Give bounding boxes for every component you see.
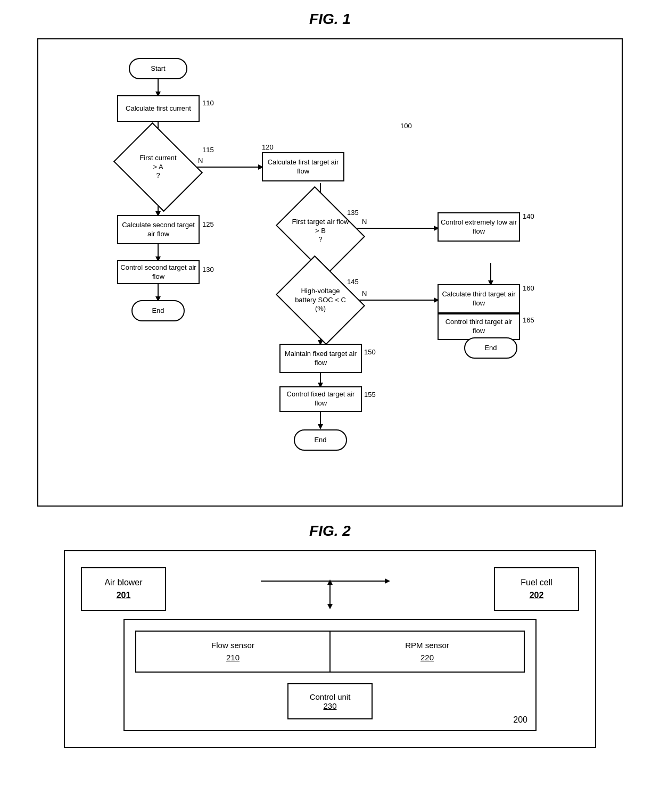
control-extremely-low-label: Control extremely low air flow [439, 218, 519, 236]
calc-first-current-label: Calculate first current [126, 104, 191, 113]
svg-text:N: N [362, 218, 367, 226]
start-node: Start [129, 58, 187, 79]
fuel-cell-num: 202 [530, 591, 544, 600]
flowchart-fig1: Y N N Y N Y [37, 38, 623, 507]
ref-160: 160 [523, 284, 534, 292]
air-blower-num: 201 [117, 591, 131, 600]
ref-100: 100 [400, 122, 412, 130]
calc-first-target-label: Calculate first target air flow [263, 158, 343, 176]
first-target-label: First target air flow> B? [290, 215, 352, 247]
control-second-target-label: Control second target air flow [118, 263, 199, 281]
end2-node: End [464, 337, 517, 359]
ref-120: 120 [262, 143, 274, 151]
ref-125: 125 [202, 220, 214, 228]
rpm-sensor-num: 220 [420, 653, 434, 662]
fuel-cell-label: Fuel cell [511, 576, 562, 589]
rpm-sensor-box: RPM sensor 220 [330, 631, 525, 673]
start-label: Start [151, 64, 165, 73]
top-arrows [250, 568, 410, 610]
control-third-target-label: Control third target air flow [439, 318, 519, 336]
ref-130: 130 [202, 266, 214, 274]
control-fixed-label: Control fixed target air flow [280, 390, 361, 408]
fig1-title: FIG. 1 [11, 11, 649, 28]
flow-sensor-box: Flow sensor 210 [135, 631, 330, 673]
fuel-cell-box: Fuel cell 202 [494, 567, 579, 611]
ref-165: 165 [523, 316, 534, 324]
air-blower-label: Air blower [98, 576, 149, 589]
fig2-diagram: Air blower 201 Fuel cell 202 Fl [64, 550, 596, 748]
control-unit-row: Control unit 230 [135, 683, 525, 719]
control-second-target-node: Control second target air flow [117, 260, 200, 284]
air-blower-box: Air blower 201 [81, 567, 166, 611]
system-ref: 200 [513, 715, 527, 725]
inner-system-box: Flow sensor 210 RPM sensor 220 Control u… [123, 619, 537, 731]
end1-node: End [131, 300, 185, 321]
ref-110: 110 [202, 99, 214, 107]
ref-140: 140 [523, 212, 534, 220]
rpm-sensor-label: RPM sensor [344, 640, 510, 652]
control-unit-label: Control unit [310, 692, 351, 701]
svg-marker-39 [327, 579, 333, 585]
svg-text:N: N [198, 156, 203, 164]
ref-150: 150 [364, 348, 376, 356]
calc-third-target-label: Calculate third target air flow [439, 290, 519, 308]
hv-battery-decision: High-voltagebattery SOC < C(%) [286, 274, 355, 327]
ref-115: 115 [202, 146, 214, 154]
end3-label: End [314, 436, 326, 445]
maintain-fixed-label: Maintain fixed target air flow [280, 350, 361, 368]
maintain-fixed-node: Maintain fixed target air flow [279, 344, 362, 373]
calc-second-target-node: Calculate second target air flow [117, 215, 200, 244]
flow-sensor-label: Flow sensor [150, 640, 316, 652]
flow-sensor-num: 210 [226, 653, 240, 662]
control-unit-num: 230 [323, 701, 336, 710]
svg-marker-37 [385, 578, 390, 584]
svg-text:N: N [362, 289, 367, 297]
calc-second-target-label: Calculate second target air flow [118, 221, 199, 239]
end1-label: End [152, 306, 164, 316]
calc-first-current-node: Calculate first current [117, 95, 200, 122]
first-current-decision: First current> A? [123, 140, 193, 194]
control-unit-box: Control unit 230 [287, 683, 373, 719]
hv-battery-label: High-voltagebattery SOC < C(%) [292, 284, 349, 317]
end2-label: End [484, 344, 497, 353]
ref-155: 155 [364, 391, 376, 399]
control-fixed-node: Control fixed target air flow [279, 386, 362, 412]
svg-marker-40 [327, 604, 333, 609]
ref-145: 145 [347, 278, 359, 286]
calc-third-target-node: Calculate third target air flow [438, 284, 520, 313]
control-extremely-low-node: Control extremely low air flow [438, 212, 520, 242]
sensors-row: Flow sensor 210 RPM sensor 220 [135, 631, 525, 673]
fig2-title: FIG. 2 [11, 523, 649, 540]
svg-marker-31 [318, 424, 323, 429]
first-target-decision: First target air flow> B? [286, 204, 355, 258]
control-third-target-node: Control third target air flow [438, 313, 520, 340]
end3-node: End [294, 429, 347, 451]
calc-first-target-node: Calculate first target air flow [262, 152, 344, 181]
first-current-label: First current> A? [137, 151, 179, 184]
